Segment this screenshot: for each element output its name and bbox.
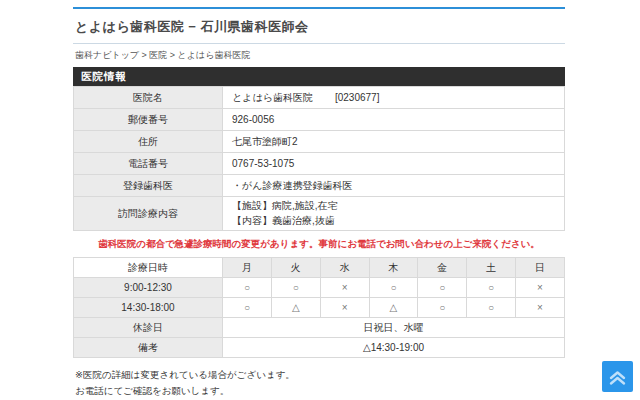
day-header-mon: 月 (223, 258, 272, 278)
schedule-cell: × (320, 278, 369, 298)
remarks-label: 備考 (74, 338, 223, 358)
schedule-cell: ○ (223, 278, 272, 298)
day-header-sun: 日 (516, 258, 565, 278)
clinic-name-value: とよはら歯科医院[0230677] (223, 87, 565, 109)
table-row: 訪問診療内容 【施設】病院,施設,在宅 【内容】義歯治療,抜歯 (74, 197, 565, 231)
schedule-cell: × (516, 278, 565, 298)
schedule-cell: ○ (467, 278, 516, 298)
chevron-double-up-icon (607, 366, 628, 387)
visit-care-value: 【施設】病院,施設,在宅 【内容】義歯治療,抜歯 (223, 197, 565, 231)
table-row: 電話番号 0767-53-1075 (74, 153, 565, 175)
visit-facility-line: 【施設】病院,施設,在宅 (232, 199, 564, 214)
schedule-row-afternoon: 14:30-18:00 ○ △ × △ ○ ○ × (74, 298, 565, 318)
visit-content-line: 【内容】義歯治療,抜歯 (232, 214, 564, 229)
schedule-row-morning: 9:00-12:30 ○ ○ × ○ ○ ○ × (74, 278, 565, 298)
footnotes: ※医院の詳細は変更されている場合がございます。 お電話にてご確認をお願いします。 (73, 358, 565, 398)
clinic-info-table: 医院名 とよはら歯科医院[0230677] 郵便番号 926-0056 住所 七… (73, 86, 565, 231)
time-slot-label: 9:00-12:30 (74, 278, 223, 298)
schedule-table: 診療日時 月 火 水 木 金 土 日 9:00-12:30 ○ ○ × ○ ○ … (73, 257, 565, 358)
day-header-sat: 土 (467, 258, 516, 278)
schedule-cell: △ (271, 298, 320, 318)
schedule-cell: ○ (223, 298, 272, 318)
schedule-cell: ○ (418, 298, 467, 318)
table-row: 住所 七尾市塗師町2 (74, 131, 565, 153)
schedule-warning-text: 歯科医院の都合で急遽診療時間の変更があります。事前にお電話でお問い合わせの上ご来… (73, 231, 565, 257)
remarks-value: △14:30-19:00 (223, 338, 565, 358)
postal-code-value: 926-0056 (223, 109, 565, 131)
schedule-cell: ○ (418, 278, 467, 298)
schedule-header-row: 診療日時 月 火 水 木 金 土 日 (74, 258, 565, 278)
page-title: とよはら歯科医院 − 石川県歯科医師会 (73, 9, 565, 44)
page-content: とよはら歯科医院 − 石川県歯科医師会 歯科ナビトップ > 医院 > とよはら歯… (73, 7, 565, 400)
day-header-wed: 水 (320, 258, 369, 278)
clinic-name: とよはら歯科医院 (232, 92, 313, 103)
day-header-tue: 火 (271, 258, 320, 278)
footnote-line: お電話にてご確認をお願いします。 (75, 383, 563, 399)
schedule-header-label: 診療日時 (74, 258, 223, 278)
row-label: 住所 (74, 131, 223, 153)
schedule-cell: × (516, 298, 565, 318)
footnote-line: ※医院の詳細は変更されている場合がございます。 (75, 367, 563, 383)
schedule-cell: ○ (271, 278, 320, 298)
schedule-cell: △ (369, 298, 418, 318)
table-row: 登録歯科医 ・がん診療連携登録歯科医 (74, 175, 565, 197)
closed-days-value: 日祝日、水曜 (223, 318, 565, 338)
phone-value: 0767-53-1075 (223, 153, 565, 175)
row-label: 電話番号 (74, 153, 223, 175)
table-row: 医院名 とよはら歯科医院[0230677] (74, 87, 565, 109)
schedule-cell: × (320, 298, 369, 318)
registered-dentist-value: ・がん診療連携登録歯科医 (223, 175, 565, 197)
row-label: 訪問診療内容 (74, 197, 223, 231)
day-header-thu: 木 (369, 258, 418, 278)
section-header-clinic-info: 医院情報 (73, 67, 565, 86)
row-label: 郵便番号 (74, 109, 223, 131)
remarks-row: 備考 △14:30-19:00 (74, 338, 565, 358)
address-value: 七尾市塗師町2 (223, 131, 565, 153)
table-row: 郵便番号 926-0056 (74, 109, 565, 131)
row-label: 登録歯科医 (74, 175, 223, 197)
schedule-cell: ○ (467, 298, 516, 318)
clinic-code: [0230677] (335, 92, 380, 103)
closed-days-row: 休診日 日祝日、水曜 (74, 318, 565, 338)
breadcrumb[interactable]: 歯科ナビトップ > 医院 > とよはら歯科医院 (73, 44, 565, 67)
time-slot-label: 14:30-18:00 (74, 298, 223, 318)
schedule-cell: ○ (369, 278, 418, 298)
scroll-to-top-button[interactable] (602, 361, 633, 392)
closed-days-label: 休診日 (74, 318, 223, 338)
row-label: 医院名 (74, 87, 223, 109)
day-header-fri: 金 (418, 258, 467, 278)
